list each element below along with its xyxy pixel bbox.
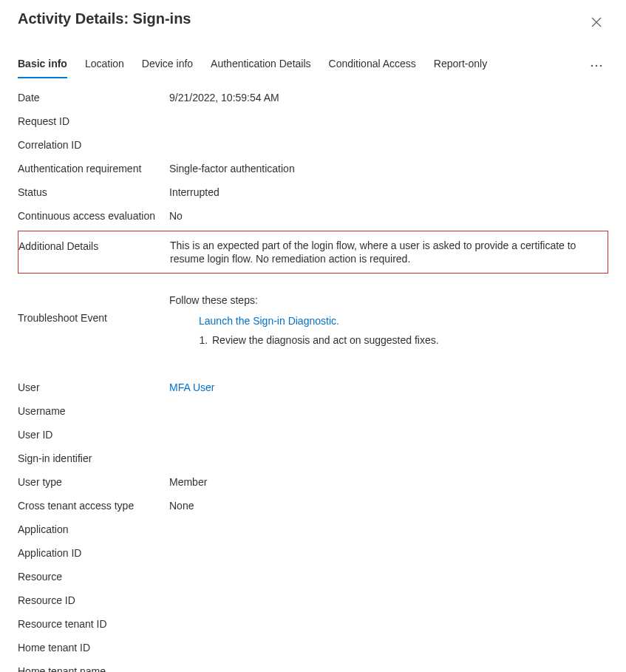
close-button[interactable] [585,10,608,34]
ellipsis-icon [591,64,602,67]
field-label: Application [18,523,169,535]
field-value: None [169,500,608,512]
field-label: Sign-in identifier [18,452,169,464]
svg-point-0 [591,65,593,67]
field-label: Troubleshoot Event [18,294,169,324]
field-label: Status [18,186,169,198]
field-row: Request ID [18,109,608,133]
field-row: Cross tenant access typeNone [18,494,608,517]
field-label: User [18,381,169,393]
tab-basic-info[interactable]: Basic info [18,53,67,78]
field-row: Resource [18,565,608,588]
field-value: No [169,210,608,222]
field-label: Home tenant ID [18,642,169,654]
troubleshoot-steps: Review the diagnosis and act on suggeste… [199,334,608,346]
field-label: Date [18,92,169,103]
field-value: Single-factor authentication [169,163,608,174]
field-label: User type [18,476,169,488]
rows-bottom: UsernameUser IDSign-in identifierUser ty… [18,399,608,672]
field-row: Authentication requirementSingle-factor … [18,157,608,180]
tabs-row: Basic infoLocationDevice infoAuthenticat… [18,43,608,78]
field-row: Resource ID [18,588,608,612]
tab-report-only[interactable]: Report-only [434,53,487,78]
svg-point-2 [600,65,602,67]
close-icon [591,17,602,27]
user-link[interactable]: MFA User [169,381,214,393]
troubleshoot-row: Troubleshoot Event Follow these steps: L… [18,287,608,361]
field-label: Correlation ID [18,139,169,151]
field-row: Resource tenant ID [18,612,608,636]
field-row: Continuous access evaluationNo [18,204,608,228]
field-label: Additional Details [18,239,170,252]
user-row: User MFA User [18,376,608,399]
field-value: 9/21/2022, 10:59:54 AM [169,92,608,103]
field-value: This is an expected part of the login fl… [170,239,608,265]
tabs: Basic infoLocationDevice infoAuthenticat… [18,53,487,78]
field-value: Follow these steps: Launch the Sign-in D… [169,294,608,346]
field-label: Username [18,405,169,417]
field-label: Home tenant name [18,665,169,672]
field-label: User ID [18,429,169,441]
field-label: Resource tenant ID [18,618,169,630]
field-label: Application ID [18,547,169,559]
field-row: Date9/21/2022, 10:59:54 AM [18,86,608,109]
more-button[interactable] [585,54,608,78]
field-label: Request ID [18,115,169,127]
launch-diagnostic-link[interactable]: Launch the Sign-in Diagnostic. [199,315,608,327]
field-row: Application [18,517,608,541]
tab-device-info[interactable]: Device info [142,53,193,78]
field-label: Resource [18,571,169,583]
tab-location[interactable]: Location [85,53,124,78]
field-row: Username [18,399,608,423]
field-label: Continuous access evaluation [18,210,169,222]
field-row: Home tenant ID [18,636,608,659]
panel-body: Basic infoLocationDevice infoAuthenticat… [0,43,626,672]
field-value: MFA User [169,381,608,393]
field-value: Interrupted [169,186,608,198]
activity-details-panel: Activity Details: Sign-ins Basic infoLoc… [0,0,626,672]
field-row: Home tenant name [18,659,608,672]
field-label: Authentication requirement [18,163,169,174]
panel-body-scroll[interactable]: Basic infoLocationDevice infoAuthenticat… [0,43,626,672]
field-row: User typeMember [18,470,608,494]
panel-header: Activity Details: Sign-ins [0,0,626,40]
tab-content: Date9/21/2022, 10:59:54 AMRequest IDCorr… [18,78,608,672]
field-row: User ID [18,423,608,447]
panel-title: Activity Details: Sign-ins [18,10,191,27]
field-value: Member [169,476,608,488]
field-row: Application ID [18,541,608,565]
rows-top: Date9/21/2022, 10:59:54 AMRequest IDCorr… [18,86,608,228]
troubleshoot-intro: Follow these steps: [169,294,608,306]
tab-authentication-details[interactable]: Authentication Details [211,53,310,78]
additional-details-row: Additional Details This is an expected p… [18,231,608,274]
field-label: Resource ID [18,594,169,606]
field-row: StatusInterrupted [18,180,608,204]
svg-point-1 [596,65,598,67]
field-row: Sign-in identifier [18,447,608,470]
field-label: Cross tenant access type [18,500,169,512]
troubleshoot-step: Review the diagnosis and act on suggeste… [211,334,608,346]
tab-conditional-access[interactable]: Conditional Access [329,53,416,78]
field-row: Correlation ID [18,133,608,157]
